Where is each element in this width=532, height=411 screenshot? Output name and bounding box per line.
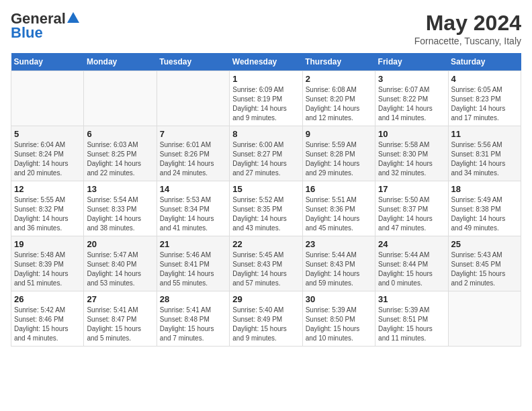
day-info-line: and 11 minutes. — [378, 334, 426, 342]
day-cell: 11Sunrise: 5:56 AMSunset: 8:31 PMDayligh… — [448, 126, 521, 181]
day-info: Sunrise: 6:09 AMSunset: 8:19 PMDaylight:… — [232, 85, 299, 123]
day-info-line: and 9 minutes. — [232, 334, 277, 342]
day-info-line: Sunset: 8:46 PM — [14, 316, 64, 323]
day-info-line: Daylight: 14 hours — [232, 160, 287, 167]
day-info: Sunrise: 5:47 AMSunset: 8:40 PMDaylight:… — [87, 250, 153, 288]
day-info-line: and 2 minutes. — [451, 279, 496, 287]
day-info-line: and 38 minutes. — [87, 224, 134, 232]
day-cell: 28Sunrise: 5:41 AMSunset: 8:48 PMDayligh… — [157, 291, 229, 347]
day-info-line: Daylight: 14 hours — [14, 160, 69, 167]
day-cell: 10Sunrise: 5:58 AMSunset: 8:30 PMDayligh… — [375, 126, 448, 181]
day-header-tuesday: Tuesday — [157, 53, 229, 71]
day-info-line: Sunrise: 5:59 AM — [306, 141, 357, 148]
day-info-line: Sunset: 8:41 PM — [160, 261, 210, 268]
day-cell: 14Sunrise: 5:53 AMSunset: 8:34 PMDayligh… — [157, 181, 229, 236]
day-number: 10 — [378, 129, 445, 139]
day-info-line: Daylight: 15 hours — [378, 325, 433, 332]
day-info-line: and 10 minutes. — [306, 334, 353, 342]
day-info-line: and 9 minutes. — [232, 114, 277, 122]
day-info-line: Daylight: 15 hours — [306, 325, 360, 332]
day-header-sunday: Sunday — [11, 53, 84, 71]
day-info-line: Daylight: 14 hours — [160, 270, 214, 277]
day-cell: 3Sunrise: 6:07 AMSunset: 8:22 PMDaylight… — [375, 71, 448, 126]
day-info-line: Sunrise: 5:40 AM — [232, 306, 283, 314]
day-info-line: Daylight: 14 hours — [451, 160, 506, 167]
day-info-line: Daylight: 14 hours — [378, 160, 433, 167]
day-info-line: Sunrise: 5:48 AM — [14, 251, 65, 259]
day-number: 24 — [378, 239, 445, 249]
day-info-line: Sunset: 8:43 PM — [306, 261, 355, 268]
day-info: Sunrise: 5:54 AMSunset: 8:33 PMDaylight:… — [87, 195, 153, 233]
day-info-line: Sunrise: 6:09 AM — [232, 86, 283, 93]
day-number: 7 — [160, 129, 226, 139]
day-info-line: Daylight: 14 hours — [378, 105, 433, 112]
day-header-saturday: Saturday — [448, 53, 521, 71]
day-info-line: Sunset: 8:33 PM — [87, 205, 136, 213]
week-row-5: 26Sunrise: 5:42 AMSunset: 8:46 PMDayligh… — [11, 291, 521, 347]
day-info-line: Sunrise: 5:56 AM — [451, 141, 502, 148]
day-info-line: Sunset: 8:43 PM — [232, 261, 282, 268]
day-number: 21 — [160, 239, 226, 249]
day-cell: 8Sunrise: 6:00 AMSunset: 8:27 PMDaylight… — [230, 126, 302, 181]
day-info-line: and 45 minutes. — [306, 224, 353, 232]
day-info-line: Sunrise: 6:03 AM — [87, 141, 138, 148]
day-info-line: Sunrise: 6:08 AM — [306, 86, 357, 93]
day-cell: 6Sunrise: 6:03 AMSunset: 8:25 PMDaylight… — [84, 126, 157, 181]
day-number: 18 — [451, 184, 518, 194]
day-info-line: and 55 minutes. — [160, 279, 208, 287]
day-info: Sunrise: 6:00 AMSunset: 8:27 PMDaylight:… — [232, 140, 299, 178]
day-number: 4 — [451, 74, 518, 84]
day-number: 17 — [378, 184, 445, 194]
day-info-line: Sunset: 8:48 PM — [160, 316, 210, 323]
day-info: Sunrise: 6:04 AMSunset: 8:24 PMDaylight:… — [14, 140, 81, 178]
day-info-line: Sunset: 8:40 PM — [87, 261, 136, 268]
day-info: Sunrise: 5:44 AMSunset: 8:43 PMDaylight:… — [306, 250, 372, 288]
day-info-line: Daylight: 15 hours — [14, 325, 69, 332]
day-number: 11 — [451, 129, 518, 139]
day-info-line: Sunset: 8:31 PM — [451, 150, 501, 158]
day-info-line: Daylight: 14 hours — [451, 105, 506, 112]
day-info: Sunrise: 6:05 AMSunset: 8:23 PMDaylight:… — [451, 85, 518, 123]
day-info-line: and 57 minutes. — [232, 279, 280, 287]
day-info-line: Daylight: 14 hours — [87, 160, 141, 167]
day-info: Sunrise: 5:41 AMSunset: 8:48 PMDaylight:… — [160, 306, 226, 343]
day-info-line: and 36 minutes. — [14, 224, 62, 232]
day-header-friday: Friday — [375, 53, 448, 71]
day-cell: 13Sunrise: 5:54 AMSunset: 8:33 PMDayligh… — [84, 181, 157, 236]
day-info-line: and 34 minutes. — [451, 169, 499, 177]
day-info-line: Sunset: 8:37 PM — [378, 205, 428, 213]
day-info-line: Sunset: 8:24 PM — [14, 150, 64, 158]
day-info-line: Sunrise: 5:54 AM — [87, 196, 138, 203]
day-number: 20 — [87, 239, 153, 249]
day-number: 13 — [87, 184, 153, 194]
day-cell: 9Sunrise: 5:59 AMSunset: 8:28 PMDaylight… — [302, 126, 375, 181]
day-info-line: Daylight: 14 hours — [14, 215, 69, 222]
day-number: 19 — [14, 239, 81, 249]
day-info-line: Daylight: 14 hours — [14, 270, 69, 277]
day-number: 2 — [306, 74, 372, 84]
day-info-line: Sunrise: 5:55 AM — [14, 196, 65, 203]
day-info-line: Daylight: 14 hours — [87, 215, 141, 222]
day-number: 14 — [160, 184, 226, 194]
day-info-line: Sunrise: 5:52 AM — [232, 196, 283, 203]
day-header-wednesday: Wednesday — [230, 53, 302, 71]
day-cell: 18Sunrise: 5:49 AMSunset: 8:38 PMDayligh… — [448, 181, 521, 236]
day-cell: 19Sunrise: 5:48 AMSunset: 8:39 PMDayligh… — [11, 236, 84, 291]
day-info-line: and 17 minutes. — [451, 114, 499, 122]
day-info-line: Sunset: 8:20 PM — [306, 95, 355, 103]
day-info: Sunrise: 5:39 AMSunset: 8:50 PMDaylight:… — [306, 306, 372, 343]
day-info-line: Daylight: 14 hours — [232, 105, 287, 112]
day-info: Sunrise: 5:48 AMSunset: 8:39 PMDaylight:… — [14, 250, 81, 288]
day-info-line: and 43 minutes. — [232, 224, 280, 232]
day-info: Sunrise: 5:39 AMSunset: 8:51 PMDaylight:… — [378, 306, 445, 343]
day-cell: 27Sunrise: 5:41 AMSunset: 8:47 PMDayligh… — [84, 291, 157, 347]
day-cell — [448, 291, 521, 347]
day-info-line: Sunrise: 5:44 AM — [306, 251, 357, 259]
day-info-line: Sunset: 8:45 PM — [451, 261, 501, 268]
day-info: Sunrise: 5:59 AMSunset: 8:28 PMDaylight:… — [306, 140, 372, 178]
day-number: 9 — [306, 129, 372, 139]
day-info-line: Sunrise: 5:51 AM — [306, 196, 357, 203]
day-info-line: and 29 minutes. — [306, 169, 353, 177]
day-cell: 24Sunrise: 5:44 AMSunset: 8:44 PMDayligh… — [375, 236, 448, 291]
day-info: Sunrise: 5:42 AMSunset: 8:46 PMDaylight:… — [14, 306, 81, 343]
